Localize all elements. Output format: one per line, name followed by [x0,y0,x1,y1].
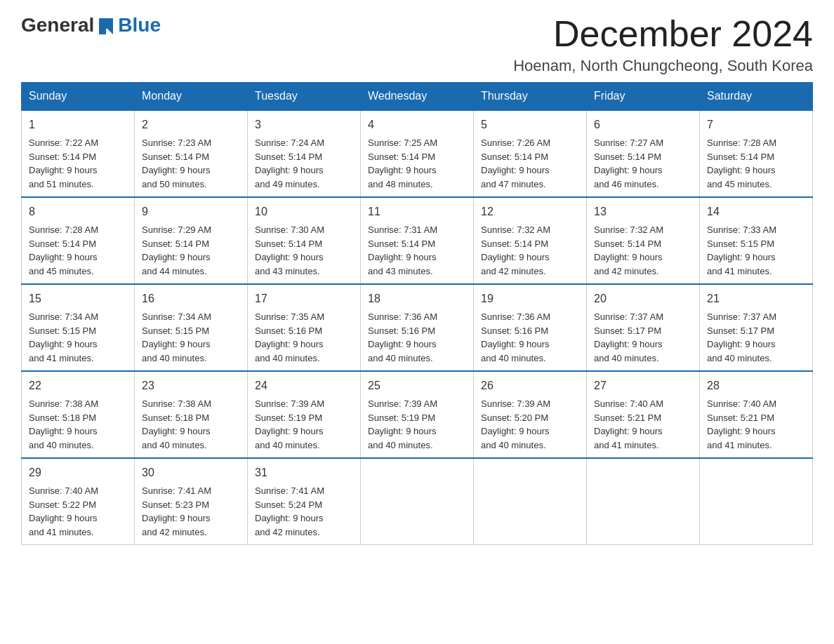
logo-icon [95,15,117,36]
day-info-line: Sunrise: 7:28 AM [29,223,127,237]
day-info-line: and 40 minutes. [142,438,240,452]
day-info-line: Sunrise: 7:38 AM [29,397,127,411]
day-info-line: Sunrise: 7:33 AM [707,223,805,237]
day-number: 6 [594,116,692,133]
calendar-cell: 11Sunrise: 7:31 AMSunset: 5:14 PMDayligh… [361,197,474,284]
calendar-cell: 10Sunrise: 7:30 AMSunset: 5:14 PMDayligh… [248,197,361,284]
day-info-line: Sunrise: 7:40 AM [707,397,805,411]
calendar-cell: 21Sunrise: 7:37 AMSunset: 5:17 PMDayligh… [700,284,813,371]
day-info-line: Sunrise: 7:35 AM [255,310,353,324]
day-info-line: and 42 minutes. [142,525,240,539]
calendar-cell: 30Sunrise: 7:41 AMSunset: 5:23 PMDayligh… [135,458,248,545]
day-info-line: and 43 minutes. [255,264,353,279]
day-info-line: Sunrise: 7:28 AM [707,136,805,150]
weekday-header-friday: Friday [587,83,700,111]
day-info-line: Sunrise: 7:39 AM [255,397,353,411]
calendar-week-row: 1Sunrise: 7:22 AMSunset: 5:14 PMDaylight… [22,110,813,197]
calendar-cell [700,458,813,545]
day-info-line: Daylight: 9 hours [481,250,579,264]
calendar-cell: 12Sunrise: 7:32 AMSunset: 5:14 PMDayligh… [474,197,587,284]
day-info-line: Sunset: 5:17 PM [594,324,692,338]
day-info-line: Daylight: 9 hours [707,337,805,351]
calendar-cell: 31Sunrise: 7:41 AMSunset: 5:24 PMDayligh… [248,458,361,545]
day-info-line: Daylight: 9 hours [255,424,353,438]
day-info-line: Sunset: 5:14 PM [594,150,692,164]
day-info-line: Sunrise: 7:38 AM [142,397,240,411]
day-info-line: and 43 minutes. [368,264,466,279]
day-number: 31 [255,464,353,481]
day-info-line: and 40 minutes. [29,438,127,452]
day-number: 20 [594,290,692,307]
day-info-line: Sunrise: 7:32 AM [594,223,692,237]
day-info-line: Daylight: 9 hours [594,250,692,264]
day-info-line: Sunset: 5:18 PM [29,411,127,425]
day-number: 11 [368,203,466,220]
day-info-line: Daylight: 9 hours [368,337,466,351]
calendar-cell: 23Sunrise: 7:38 AMSunset: 5:18 PMDayligh… [135,371,248,458]
day-info-line: Daylight: 9 hours [255,337,353,351]
day-info-line: and 41 minutes. [707,264,805,279]
day-info-line: Daylight: 9 hours [29,424,127,438]
day-info-line: Sunset: 5:21 PM [707,411,805,425]
day-info-line: Sunrise: 7:30 AM [255,223,353,237]
day-info-line: Daylight: 9 hours [594,163,692,177]
day-info-line: Sunrise: 7:24 AM [255,136,353,150]
day-info-line: Sunset: 5:14 PM [481,150,579,164]
day-number: 28 [707,377,805,394]
day-info-line: and 40 minutes. [142,351,240,365]
day-info-line: Daylight: 9 hours [481,163,579,177]
day-info-line: Sunset: 5:15 PM [707,237,805,251]
day-info-line: Sunset: 5:16 PM [255,324,353,338]
day-number: 9 [142,203,240,220]
day-number: 13 [594,203,692,220]
day-info-line: Sunset: 5:16 PM [481,324,579,338]
day-number: 22 [29,377,127,394]
page-header: General Blue December 2024 Hoenam, North… [21,14,813,75]
day-info-line: Daylight: 9 hours [142,163,240,177]
day-number: 29 [29,464,127,481]
day-number: 18 [368,290,466,307]
day-info-line: and 50 minutes. [142,177,240,192]
logo: General Blue [21,14,161,36]
calendar-cell: 2Sunrise: 7:23 AMSunset: 5:14 PMDaylight… [135,110,248,197]
day-info-line: and 46 minutes. [594,177,692,192]
calendar-cell: 20Sunrise: 7:37 AMSunset: 5:17 PMDayligh… [587,284,700,371]
day-info-line: and 49 minutes. [255,177,353,192]
day-info-line: Sunrise: 7:41 AM [255,484,353,498]
day-info-line: Daylight: 9 hours [707,424,805,438]
logo-general-text: General [21,14,94,36]
calendar-cell: 9Sunrise: 7:29 AMSunset: 5:14 PMDaylight… [135,197,248,284]
day-info-line: Sunset: 5:24 PM [255,498,353,512]
day-info-line: and 40 minutes. [368,438,466,452]
day-info-line: and 40 minutes. [481,438,579,452]
day-info-line: and 40 minutes. [481,351,579,365]
day-info-line: Daylight: 9 hours [481,337,579,351]
day-info-line: and 42 minutes. [594,264,692,279]
calendar-cell: 25Sunrise: 7:39 AMSunset: 5:19 PMDayligh… [361,371,474,458]
day-info-line: Daylight: 9 hours [255,511,353,525]
calendar-cell: 6Sunrise: 7:27 AMSunset: 5:14 PMDaylight… [587,110,700,197]
day-info-line: Daylight: 9 hours [142,424,240,438]
day-info-line: Sunset: 5:16 PM [368,324,466,338]
day-info-line: Sunrise: 7:26 AM [481,136,579,150]
day-info-line: Sunset: 5:14 PM [142,237,240,251]
day-number: 15 [29,290,127,307]
day-info-line: Sunrise: 7:31 AM [368,223,466,237]
day-info-line: Sunrise: 7:22 AM [29,136,127,150]
weekday-header-thursday: Thursday [474,83,587,111]
day-number: 27 [594,377,692,394]
day-info-line: Daylight: 9 hours [707,250,805,264]
day-info-line: and 44 minutes. [142,264,240,279]
day-number: 3 [255,116,353,133]
weekday-header-sunday: Sunday [22,83,135,111]
day-info-line: Daylight: 9 hours [368,250,466,264]
day-info-line: and 45 minutes. [29,264,127,279]
day-number: 26 [481,377,579,394]
calendar-cell: 5Sunrise: 7:26 AMSunset: 5:14 PMDaylight… [474,110,587,197]
day-info-line: Daylight: 9 hours [594,424,692,438]
day-info-line: Sunrise: 7:36 AM [481,310,579,324]
calendar-cell: 19Sunrise: 7:36 AMSunset: 5:16 PMDayligh… [474,284,587,371]
day-info-line: Sunrise: 7:36 AM [368,310,466,324]
logo-blue-text: Blue [118,14,161,36]
day-info-line: Daylight: 9 hours [255,250,353,264]
